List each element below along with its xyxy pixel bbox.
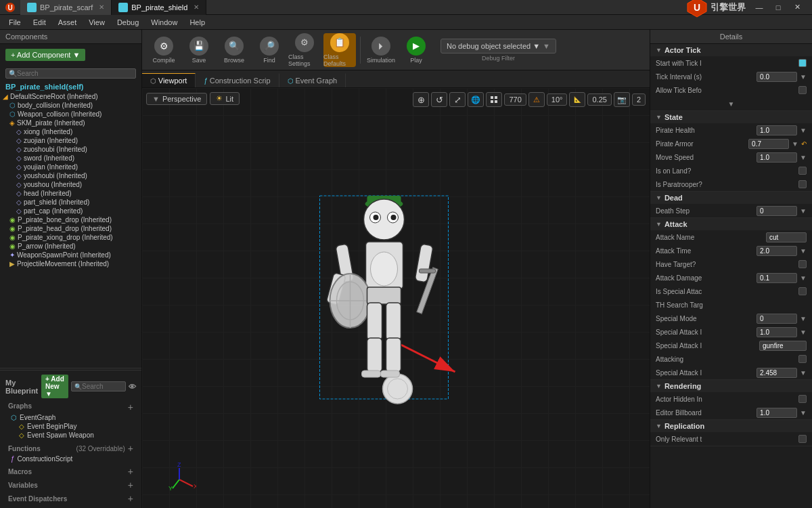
bp-eventgraph-item[interactable]: ⬡ EventGraph (5, 413, 136, 422)
tab-close-shield[interactable]: ✕ (194, 3, 199, 11)
menu-debug[interactable]: Debug (112, 17, 144, 28)
find-button[interactable]: 🔎 Find (253, 33, 286, 67)
tree-item-partshield[interactable]: ◇ part_shield (Inherited) (0, 198, 141, 207)
tick-interval-arrow[interactable]: ▼ (800, 73, 807, 81)
tab-close-scarf[interactable]: ✕ (99, 3, 104, 11)
allow-tick-checkbox[interactable] (798, 86, 807, 94)
bp-beginplay-item[interactable]: ◇ Event BeginPlay (5, 422, 136, 431)
bp-variables-add[interactable]: + (128, 480, 133, 490)
is-special-checkbox[interactable] (798, 287, 807, 295)
pirate-armor-reset[interactable]: ↶ (801, 140, 807, 148)
warning-icon-btn[interactable]: ⚠ (528, 92, 545, 107)
tree-item-youshou[interactable]: ◇ youshou (Inherited) (0, 180, 141, 189)
pirate-health-input[interactable]: 1.0 (757, 125, 797, 135)
tree-item-xiong[interactable]: ◇ xiong (Inherited) (0, 127, 141, 136)
attack-time-arrow[interactable]: ▼ (800, 247, 807, 255)
tab-shield[interactable]: BP_pirate_shield ✕ (112, 0, 206, 15)
tree-item-partcap[interactable]: ◇ part_cap (Inherited) (0, 207, 141, 215)
tab-event-graph[interactable]: ⬡ Event Graph (279, 73, 346, 87)
tree-item-head[interactable]: ◇ head (Inherited) (0, 189, 141, 198)
rendering-header[interactable]: Rendering (650, 380, 812, 392)
minimize-button[interactable]: — (750, 0, 769, 15)
dead-header[interactable]: Dead (650, 192, 812, 204)
scale-value[interactable]: 0.25 (587, 93, 611, 106)
components-search[interactable]: 🔍 (5, 68, 136, 79)
tree-item-defaultsceneroot[interactable]: ◢ DefaultSceneRoot (Inherited) (0, 92, 141, 101)
attack-name-input[interactable]: cut (766, 232, 807, 242)
bp-macros-add[interactable]: + (128, 466, 133, 477)
only-relevant-checkbox[interactable] (798, 435, 807, 443)
bp-dispatchers-add[interactable]: + (128, 493, 133, 504)
menu-file[interactable]: File (3, 17, 26, 28)
class-settings-button[interactable]: ⚙ Class Settings (288, 33, 321, 67)
world-icon-btn[interactable]: 🌐 (468, 92, 484, 107)
menu-window[interactable]: Window (145, 17, 183, 28)
compile-button[interactable]: ⚙ Compile (148, 33, 180, 67)
bp-search[interactable]: 🔍 (71, 381, 126, 391)
viewport-3d[interactable]: ▼ Perspective ☀ Lit ⊕ ↺ ⤢ 🌐 770 ⚠ 1 (142, 88, 650, 508)
move-speed-arrow[interactable]: ▼ (800, 154, 807, 161)
simulation-button[interactable]: ⏵ Simulation (365, 33, 397, 67)
add-component-button[interactable]: + Add Component ▼ (5, 49, 85, 61)
pirate-health-arrow[interactable]: ▼ (800, 127, 807, 134)
menu-asset[interactable]: Asset (53, 17, 83, 28)
perspective-button[interactable]: ▼ Perspective (146, 93, 207, 105)
editor-billboard-input[interactable]: 1.0 (757, 408, 797, 418)
tab-scarf[interactable]: BP_pirate_scarf ✕ (20, 0, 112, 15)
save-button[interactable]: 💾 Save (183, 33, 215, 67)
tree-item-youjian[interactable]: ◇ youjian (Inherited) (0, 163, 141, 171)
tab-viewport[interactable]: ⬡ Viewport (142, 73, 196, 87)
menu-view[interactable]: View (83, 17, 110, 28)
attack-damage-arrow[interactable]: ▼ (800, 274, 807, 282)
camera-icon-btn[interactable]: 📷 (614, 92, 630, 107)
tree-item-parrow[interactable]: ◉ P_arrow (Inherited) (0, 242, 141, 251)
play-button[interactable]: ▶ Play (400, 33, 432, 67)
snap-icon-btn[interactable] (486, 92, 502, 107)
special-attack1-arrow[interactable]: ▼ (800, 329, 807, 336)
tree-item-pbonedrop[interactable]: ◉ P_pirate_bone_drop (Inherited) (0, 215, 141, 224)
class-defaults-button[interactable]: 📋 Class Defaults (323, 33, 356, 67)
tree-item-zuojian[interactable]: ◇ zuojian (Inherited) (0, 136, 141, 145)
lit-button[interactable]: ☀ Lit (210, 92, 240, 105)
browse-button[interactable]: 🔍 Browse (218, 33, 250, 67)
move-speed-input[interactable]: 1.0 (757, 152, 797, 163)
bp-search-input[interactable] (82, 383, 122, 390)
pirate-armor-input[interactable]: 0.7 (748, 139, 789, 149)
tree-item-sword[interactable]: ◇ sword (Inherited) (0, 154, 141, 163)
is-paratrooper-checkbox[interactable] (798, 180, 807, 188)
bp-constructscript-item[interactable]: ƒ ConstructionScript (5, 454, 136, 463)
tree-item-youshoubi[interactable]: ◇ youshoubi (Inherited) (0, 171, 141, 180)
debug-dropdown[interactable]: No debug object selected ▼ ▼ (441, 39, 556, 54)
special-attack3-input[interactable]: 2.458 (757, 368, 797, 378)
bp-graphs-add[interactable]: + (128, 402, 133, 412)
tree-item-weaponspawn[interactable]: ✦ WeaponSpawnPoint (Inherited) (0, 251, 141, 259)
bp-spawnweapon-item[interactable]: ◇ Event Spawn Weapon (5, 431, 136, 440)
menu-help[interactable]: Help (184, 17, 210, 28)
attack-damage-input[interactable]: 0.1 (757, 273, 797, 283)
tree-item-zuoshoubi[interactable]: ◇ zuoshoubi (Inherited) (0, 145, 141, 154)
tick-expand-arrow[interactable]: ▼ (728, 100, 735, 108)
close-button[interactable]: ✕ (788, 0, 807, 15)
start-tick-checkbox[interactable] (798, 59, 807, 67)
special-attack1-input[interactable]: 1.0 (757, 327, 797, 337)
special-mode-arrow[interactable]: ▼ (800, 315, 807, 322)
components-search-input[interactable] (17, 70, 133, 77)
bp-add-new-button[interactable]: + Add New ▼ (41, 375, 68, 398)
pirate-armor-arrow[interactable]: ▼ (792, 140, 798, 148)
attack-header[interactable]: Attack (650, 218, 812, 230)
special-attack3-arrow[interactable]: ▼ (800, 369, 807, 377)
tick-interval-input[interactable]: 0.0 (757, 72, 797, 82)
death-step-input[interactable]: 0 (757, 206, 797, 216)
tree-item-weaponcollision[interactable]: ⬡ Weapon_collison (Inherited) (0, 110, 141, 119)
is-on-land-checkbox[interactable] (798, 167, 807, 175)
state-header[interactable]: State (650, 111, 812, 123)
actor-hidden-checkbox[interactable] (798, 395, 807, 403)
angle-value[interactable]: 10° (547, 93, 568, 106)
attacking-checkbox[interactable] (798, 355, 807, 363)
menu-edit[interactable]: Edit (28, 17, 51, 28)
editor-billboard-arrow[interactable]: ▼ (800, 409, 807, 417)
snap-angle-icon[interactable]: 📐 (569, 92, 585, 107)
tree-item-bodycollision[interactable]: ⬡ body_collision (Inherited) (0, 101, 141, 110)
tree-item-pxiongdrop[interactable]: ◉ P_pirate_xiong_drop (Inherited) (0, 233, 141, 242)
actor-tick-header[interactable]: Actor Tick (650, 44, 812, 56)
